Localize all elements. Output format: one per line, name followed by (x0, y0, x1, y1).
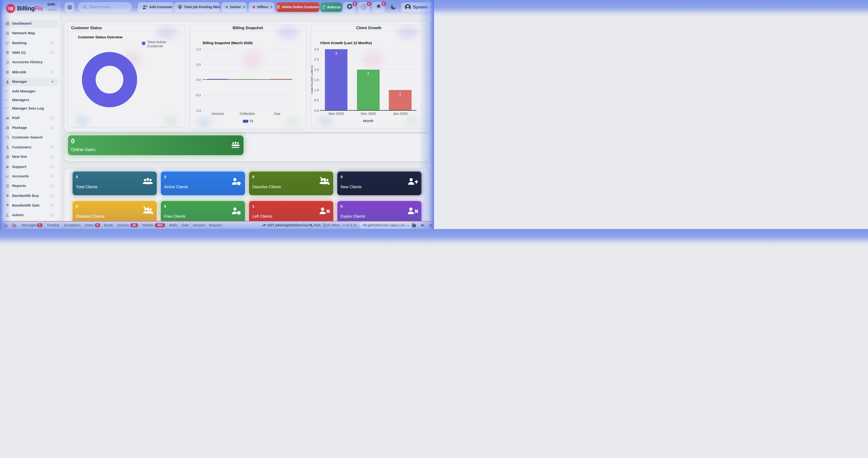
svg-text:0.5: 0.5 (196, 63, 201, 66)
svg-text:1.0: 1.0 (196, 48, 201, 51)
svg-text:Month: Month (363, 119, 373, 123)
svg-text:Collection: Collection (240, 112, 255, 116)
svg-text:0.0: 0.0 (314, 109, 319, 112)
svg-text:Amount: Amount (212, 112, 224, 116)
svg-text:Customer: Customer (147, 44, 163, 48)
svg-text:SMS: SMS (6, 52, 9, 53)
svg-text:0.5: 0.5 (314, 98, 319, 102)
svg-text:1.0: 1.0 (314, 88, 319, 92)
svg-text:3: 3 (335, 51, 337, 55)
svg-text:Total Active Clients: Total Active Clients (311, 65, 313, 94)
svg-text:Nov-2025: Nov-2025 (329, 112, 344, 116)
svg-text:0.0: 0.0 (196, 78, 201, 82)
svg-text:2.0: 2.0 (314, 68, 319, 72)
svg-text:2.5: 2.5 (314, 58, 319, 61)
svg-text:3.0: 3.0 (314, 48, 319, 51)
svg-text:-1.0: -1.0 (195, 109, 200, 112)
svg-text:2: 2 (367, 71, 369, 76)
svg-text:Dec-2025: Dec-2025 (361, 112, 376, 116)
svg-text:-0.5: -0.5 (195, 93, 200, 97)
svg-text:Total Active: Total Active (147, 40, 166, 44)
svg-text:Client Growth (Last 12 Months): Client Growth (Last 12 Months) (320, 41, 372, 45)
svg-text:Billing Snapshot (March 2026): Billing Snapshot (March 2026) (203, 41, 252, 45)
svg-text:1: 1 (399, 92, 401, 96)
svg-text:1.5: 1.5 (314, 78, 319, 82)
svg-text:Tk: Tk (249, 119, 253, 123)
svg-text:Due: Due (274, 112, 280, 116)
svg-text:B: B (10, 6, 13, 11)
svg-text:Customer Status Overview: Customer Status Overview (78, 35, 123, 39)
svg-text:Jan-2026: Jan-2026 (393, 112, 407, 116)
